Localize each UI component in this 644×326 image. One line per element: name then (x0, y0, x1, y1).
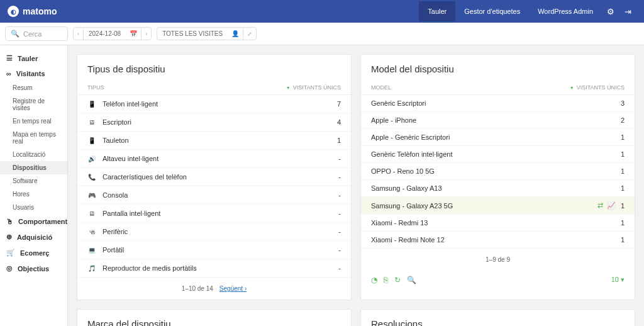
search-input[interactable]: 🔍 Cerca (5, 26, 68, 41)
sidebar-tauler[interactable]: ☰Tauler (0, 50, 67, 66)
evolution-icon[interactable]: 📈 (607, 201, 616, 210)
row-value: - (338, 228, 341, 235)
segment-selector[interactable]: TOTES LES VISITES 👤 ⤢ (157, 27, 257, 40)
metric-header[interactable]: VISITANTS ÚNICS (293, 84, 341, 91)
card-actions: ◔ ⎘ ↻ 🔍 (371, 276, 416, 284)
row-label: OPPO - Reno 10 5G (371, 167, 435, 175)
row-value: 1 (621, 167, 625, 175)
table-row[interactable]: 🎵Reproductor de medis portàtils- (77, 259, 351, 278)
logo: ◐ matomo (8, 6, 57, 17)
table-row[interactable]: 🖥Pantalla intel·ligent- (77, 205, 351, 223)
row-label: Perifèric (103, 228, 128, 235)
dashboard-icon: ☰ (6, 54, 13, 62)
card-title: Model del dispositiu (361, 55, 635, 81)
device-icon: 🎮 (87, 191, 96, 200)
row-value: - (338, 173, 341, 181)
table-row[interactable]: Apple - Genèric Escriptori1 (361, 129, 635, 146)
date-value[interactable]: 2024-12-08 (84, 28, 126, 40)
sidebar-local[interactable]: Localització (0, 148, 67, 161)
gear-icon[interactable]: ⚙ (602, 3, 619, 20)
row-value: 2 (621, 116, 625, 124)
sidebar-ecomerc[interactable]: 🛒Ecomerç (0, 245, 67, 261)
transition-icon[interactable]: ⇄ (597, 201, 603, 210)
nav-wp[interactable]: WordPress Admin (529, 1, 602, 21)
acquisition-icon: ⊕ (6, 233, 12, 241)
sort-icon[interactable]: ▼ (286, 86, 291, 90)
pager-range: 1–10 de 14 (182, 285, 213, 292)
search-placeholder: Cerca (23, 30, 42, 38)
search-icon[interactable]: 🔍 (407, 276, 416, 284)
row-value: - (338, 191, 341, 199)
sidebar-registre[interactable]: Registre de visites (0, 94, 67, 115)
card-resolucions: Resolucions RESOLUCIÓ ▼VISITANTS ÚNICS 3… (360, 309, 635, 326)
sidebar-dispositius[interactable]: Dispositius (0, 161, 67, 174)
row-label: Portàtil (103, 246, 124, 254)
row-label: Característiques del telèfon (103, 173, 187, 181)
sidebar-objectius[interactable]: ◎Objectius (0, 261, 67, 276)
table-row[interactable]: 🖥Escriptori4 (77, 113, 351, 132)
table-row[interactable]: Genèric Telèfon intel·ligent1 (361, 146, 635, 163)
sidebar-visitants[interactable]: ∞Visitants (0, 66, 67, 81)
sidebar-usuaris[interactable]: Usuaris (0, 201, 67, 214)
table-row[interactable]: Samsung - Galaxy A23 5G⇄📈1 (361, 197, 635, 215)
sidebar-mapa[interactable]: Mapa en temps real (0, 128, 67, 148)
sort-icon[interactable]: ▼ (570, 86, 574, 90)
segment-value[interactable]: TOTES LES VISITES (157, 28, 228, 40)
date-selector[interactable]: ‹ 2024-12-08 📅 › (73, 27, 152, 40)
row-label: Telèfon intel·ligent (103, 100, 158, 108)
row-label: Genèric Telèfon intel·ligent (371, 150, 452, 158)
row-limit[interactable]: 10 ▾ (611, 276, 625, 284)
table-row[interactable]: 💻Portàtil- (77, 241, 351, 259)
device-icon: 🖥 (87, 118, 96, 126)
topnav: Tauler Gestor d'etiquetes WordPress Admi… (419, 1, 636, 21)
sidebar-temps-real[interactable]: En temps real (0, 115, 67, 128)
export-icon[interactable]: ⎘ (384, 276, 388, 284)
metric-header[interactable]: VISITANTS ÚNICS (577, 84, 625, 91)
row-value: 4 (337, 118, 341, 126)
chart-icon[interactable]: ◔ (371, 276, 377, 284)
sidebar-software[interactable]: Software (0, 174, 67, 188)
sidebar-hores[interactable]: Hores (0, 188, 67, 201)
card-model: Model del dispositiu MODEL ▼VISITANTS ÚN… (360, 54, 635, 300)
sidebar-adquisicio[interactable]: ⊕Adquisició (0, 229, 67, 245)
row-label: Apple - Genèric Escriptori (371, 133, 450, 141)
table-row[interactable]: 📱Telèfon intel·ligent7 (77, 95, 351, 113)
cart-icon: 🛒 (6, 249, 15, 257)
table-row[interactable]: 📱Tauleton1 (77, 132, 351, 150)
row-label: Samsung - Galaxy A13 (371, 184, 442, 192)
device-icon: 📞 (87, 172, 96, 181)
pager-range: 1–9 de 9 (486, 256, 510, 263)
nav-gestor[interactable]: Gestor d'etiquetes (455, 1, 529, 21)
segment-expand-icon[interactable]: ⤢ (243, 28, 256, 40)
table-row[interactable]: Xiaomi - Redmi Note 121 (361, 232, 635, 249)
search-icon: 🔍 (11, 30, 19, 38)
nav-tauler[interactable]: Tauler (419, 1, 455, 21)
row-label: Pantalla intel·ligent (103, 210, 160, 217)
table-row[interactable]: OPPO - Reno 10 5G1 (361, 163, 635, 180)
visitors-icon: ∞ (6, 70, 11, 77)
table-row[interactable]: 📞Característiques del telèfon- (77, 168, 351, 186)
row-value: 1 (621, 219, 625, 227)
table-row[interactable]: Genèric Escriptori3 (361, 95, 635, 112)
pager-next[interactable]: Següent › (219, 285, 247, 292)
table-row[interactable]: Xiaomi - Redmi 131 (361, 215, 635, 232)
dim-header: MODEL (371, 84, 391, 91)
table-row[interactable]: 🔊Altaveu intel·ligent- (77, 150, 351, 168)
date-next-icon[interactable]: › (141, 28, 151, 40)
row-value: - (338, 264, 341, 272)
table-row[interactable]: Samsung - Galaxy A131 (361, 180, 635, 197)
sidebar-comportament[interactable]: 🖱Comportament (0, 214, 67, 229)
row-value: 1 (337, 137, 341, 144)
sidebar-resum[interactable]: Resum (0, 81, 67, 94)
row-label: Xiaomi - Redmi 13 (371, 219, 428, 227)
table-row[interactable]: 🖲Perifèric- (77, 223, 351, 241)
table-row[interactable]: Apple - iPhone2 (361, 112, 635, 129)
row-value: 1 (621, 133, 625, 141)
mouse-icon: 🖱 (6, 218, 13, 225)
device-icon: 🔊 (87, 154, 96, 163)
logout-icon[interactable]: ⇥ (619, 3, 636, 20)
row-label: Apple - iPhone (371, 116, 416, 124)
date-prev-icon[interactable]: ‹ (74, 28, 84, 40)
table-row[interactable]: 🎮Consola- (77, 186, 351, 205)
refresh-icon[interactable]: ↻ (394, 276, 401, 284)
